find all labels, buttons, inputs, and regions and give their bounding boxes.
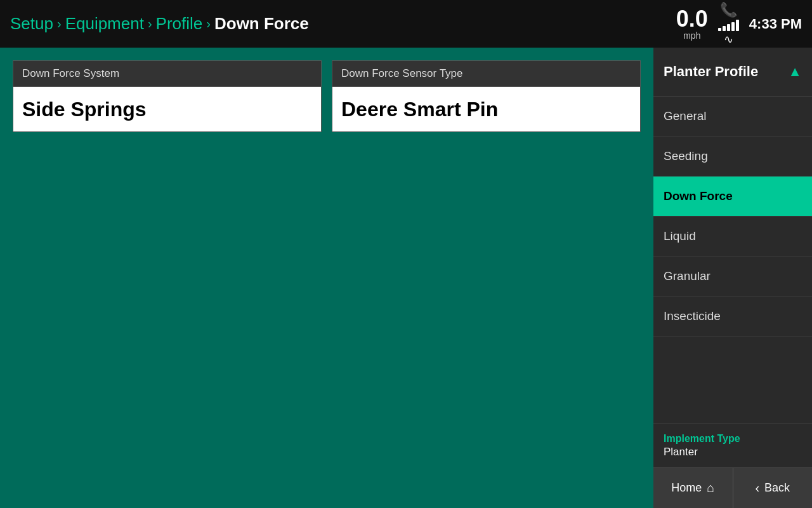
bottom-buttons: Home ⌂ ‹ Back	[653, 468, 812, 508]
sidebar-title: Planter Profile	[664, 64, 758, 80]
implement-type-label: Implement Type	[664, 433, 802, 444]
sidebar-header: Planter Profile ▲	[653, 48, 812, 97]
down-force-system-header: Down Force System	[13, 61, 321, 87]
implement-type-section: Implement Type Planter	[653, 424, 812, 468]
home-icon: ⌂	[707, 481, 714, 495]
cards-row: Down Force System Side Springs Down Forc…	[13, 60, 641, 132]
sidebar-items: General Seeding Down Force Liquid Granul…	[653, 97, 812, 424]
sidebar-item-general[interactable]: General	[653, 97, 812, 137]
down-force-sensor-type-value: Deere Smart Pin	[332, 87, 640, 131]
breadcrumb-equipment[interactable]: Equipment	[65, 14, 144, 34]
left-panel: Down Force System Side Springs Down Forc…	[0, 48, 653, 508]
down-force-system-card[interactable]: Down Force System Side Springs	[13, 60, 322, 132]
signal-bar-3	[727, 24, 730, 31]
sidebar-item-insecticide[interactable]: Insecticide	[653, 297, 812, 337]
sidebar-item-seeding[interactable]: Seeding	[653, 137, 812, 177]
time-display: 4:33 PM	[749, 16, 802, 32]
status-icons: 📞 ∿	[718, 2, 739, 46]
breadcrumb-setup[interactable]: Setup	[10, 14, 53, 34]
breadcrumb-sep-2: ›	[148, 17, 152, 31]
implement-type-value: Planter	[664, 446, 802, 458]
back-label: Back	[764, 481, 790, 495]
signal-bar-5	[736, 20, 739, 31]
top-bar-right: 0.0 mph 📞 ∿ 4:33 PM	[676, 2, 802, 46]
signal-bar-4	[731, 22, 735, 31]
speed-value: 0.0	[676, 8, 708, 30]
speed-unit: mph	[676, 30, 708, 41]
sidebar: Planter Profile ▲ General Seeding Down F…	[653, 48, 812, 508]
home-label: Home	[671, 481, 702, 495]
wifi-icon: ∿	[724, 32, 733, 46]
breadcrumb-sep-1: ›	[57, 17, 62, 31]
breadcrumb-profile[interactable]: Profile	[156, 14, 203, 34]
sidebar-item-granular[interactable]: Granular	[653, 257, 812, 297]
top-bar: Setup › Equipment › Profile › Down Force…	[0, 0, 812, 48]
down-force-sensor-type-header: Down Force Sensor Type	[332, 61, 640, 87]
sidebar-item-down-force[interactable]: Down Force	[653, 177, 812, 217]
down-force-system-value: Side Springs	[13, 87, 321, 131]
chevron-up-icon[interactable]: ▲	[788, 64, 802, 80]
signal-bar-2	[723, 26, 726, 31]
breadcrumb-sep-3: ›	[206, 17, 211, 31]
down-force-sensor-type-card[interactable]: Down Force Sensor Type Deere Smart Pin	[332, 60, 641, 132]
sidebar-footer: Implement Type Planter Home ⌂ ‹ Back	[653, 424, 812, 508]
breadcrumb: Setup › Equipment › Profile › Down Force	[10, 14, 676, 34]
sidebar-item-liquid[interactable]: Liquid	[653, 217, 812, 257]
speed-display: 0.0 mph	[676, 8, 708, 41]
main-content: Down Force System Side Springs Down Forc…	[0, 48, 812, 508]
signal-bars	[718, 20, 739, 31]
phone-icon: 📞	[720, 2, 737, 18]
back-icon: ‹	[755, 481, 759, 495]
breadcrumb-current: Down Force	[214, 14, 309, 34]
signal-bar-1	[718, 28, 721, 31]
home-button[interactable]: Home ⌂	[653, 468, 733, 508]
back-button[interactable]: ‹ Back	[733, 468, 813, 508]
